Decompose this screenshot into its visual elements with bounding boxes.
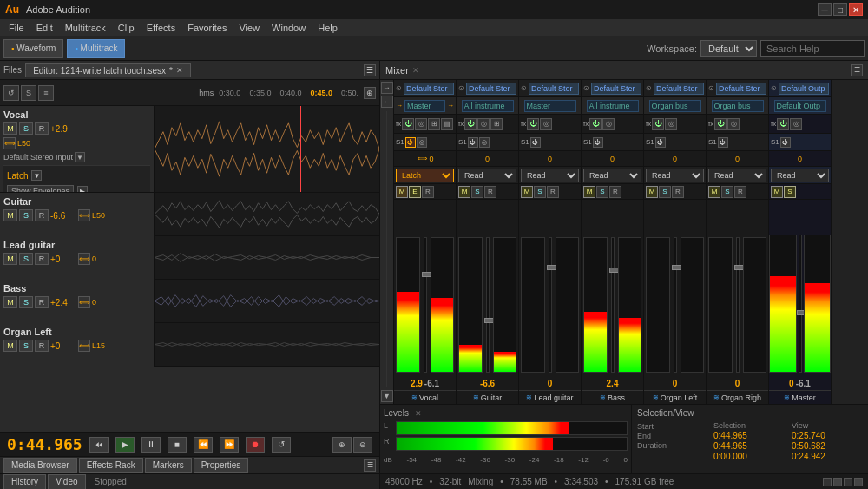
- mute-ch-master[interactable]: M: [771, 186, 783, 198]
- solo-button-guitar[interactable]: S: [19, 209, 33, 221]
- tab-properties[interactable]: Properties: [194, 458, 249, 473]
- solo-button-bass[interactable]: S: [19, 296, 33, 308]
- ch-input-select-bass[interactable]: All instrume: [587, 100, 639, 112]
- automation-dropdown-lead[interactable]: Read Latch: [521, 169, 579, 182]
- mute-ch-lead[interactable]: M: [521, 186, 533, 198]
- ch-input-select-guitar[interactable]: All instrume: [462, 100, 514, 112]
- fx-power-master[interactable]: ⏻: [777, 118, 789, 130]
- ch-input-select-organ-left[interactable]: Organ bus: [649, 100, 701, 112]
- mute-button-vocal[interactable]: M: [3, 122, 17, 135]
- mute-button-lead[interactable]: M: [3, 253, 17, 265]
- fx-btn3-guitar[interactable]: ⊞: [490, 118, 503, 130]
- tab-close-button[interactable]: ✕: [176, 66, 183, 75]
- record-button[interactable]: ⏺: [246, 437, 265, 453]
- menu-view[interactable]: View: [233, 19, 265, 36]
- levels-close[interactable]: ✕: [415, 409, 422, 418]
- fader-track-guitar[interactable]: [486, 237, 490, 373]
- ch-route-dropdown-bass[interactable]: Default Ster: [591, 83, 641, 95]
- mute-button-guitar[interactable]: M: [3, 209, 17, 221]
- record-button-lead[interactable]: R: [35, 253, 49, 265]
- menu-multitrack[interactable]: Multitrack: [60, 19, 111, 36]
- envelope-arrow[interactable]: ▼: [31, 170, 42, 181]
- pan-indicator-ch-vocal[interactable]: ⟺: [416, 155, 429, 162]
- ch-route-dropdown-guitar[interactable]: Default Ster: [466, 83, 516, 95]
- mute-ch-guitar[interactable]: M: [458, 186, 470, 198]
- fx-btn2-bass[interactable]: ◎: [602, 118, 615, 130]
- editor-tab[interactable]: Editor: 1214-write latch touch.sesx * ✕: [25, 63, 191, 77]
- ch-input-arrow-vocal[interactable]: →: [396, 102, 403, 109]
- send-btn-vocal[interactable]: ◎: [417, 137, 427, 148]
- fader-track-bass[interactable]: [611, 237, 615, 373]
- mixer-close-icon[interactable]: ✕: [412, 66, 419, 75]
- solo-ch-organ-left[interactable]: S: [659, 186, 671, 198]
- rec-ch-organ-left[interactable]: R: [672, 186, 684, 198]
- rec-ch-guitar[interactable]: R: [484, 186, 496, 198]
- msrb-s-master[interactable]: S: [784, 186, 796, 198]
- panel-menu-button[interactable]: ☰: [364, 64, 376, 76]
- fader-track-organ-left[interactable]: [674, 237, 677, 373]
- rec-ch-lead[interactable]: R: [547, 186, 559, 198]
- close-button[interactable]: ✕: [849, 3, 863, 16]
- pan-icon-bass[interactable]: ⟺: [78, 296, 90, 308]
- play-button[interactable]: ▶: [115, 437, 135, 453]
- fader-track-organ-right[interactable]: [736, 237, 740, 373]
- send-power-master[interactable]: ⏻: [780, 137, 791, 148]
- loop-toggle[interactable]: ↺: [272, 437, 291, 453]
- mute-button-organ[interactable]: M: [3, 340, 17, 352]
- mixer-expand-button[interactable]: ▼: [381, 390, 393, 402]
- fx-btn3-vocal[interactable]: ⊞: [428, 118, 440, 130]
- pan-icon-guitar[interactable]: ⟺: [78, 209, 90, 221]
- send-power-vocal[interactable]: ⏻: [405, 137, 416, 148]
- mute-button-bass[interactable]: M: [3, 296, 17, 308]
- ch-route-dropdown-master[interactable]: Default Outp: [779, 83, 829, 95]
- ch-input-select-vocal[interactable]: Master: [404, 100, 445, 112]
- msrb-r-vocal[interactable]: R: [422, 186, 434, 198]
- automation-dropdown-master[interactable]: Read Latch: [771, 169, 829, 182]
- solo-ch-bass[interactable]: S: [596, 186, 608, 198]
- solo-button-vocal[interactable]: S: [19, 122, 33, 135]
- rec-ch-organ-right[interactable]: R: [734, 186, 746, 198]
- mute-ch-vocal[interactable]: M: [396, 186, 408, 198]
- send-power-organ-right[interactable]: ⏻: [718, 137, 728, 148]
- record-button-bass[interactable]: R: [35, 296, 49, 308]
- zoom-in-button[interactable]: ⊕: [332, 437, 352, 453]
- tab-markers[interactable]: Markers: [145, 458, 192, 473]
- pan-indicator-vocal[interactable]: ⟺: [3, 137, 16, 149]
- automation-dropdown-guitar[interactable]: Read Latch Write: [458, 169, 516, 182]
- solo-button-organ[interactable]: S: [19, 340, 33, 352]
- forward-button[interactable]: ⏩: [220, 437, 239, 453]
- stop-button[interactable]: ■: [168, 437, 187, 453]
- tab-effects-rack[interactable]: Effects Rack: [79, 458, 143, 473]
- fx-power-lead[interactable]: ⏻: [527, 118, 539, 130]
- fx-power-bass[interactable]: ⏻: [589, 118, 602, 130]
- msrb-e-vocal[interactable]: E: [409, 186, 421, 198]
- fader-track-lead[interactable]: [549, 237, 552, 373]
- menu-window[interactable]: Window: [266, 19, 311, 36]
- menu-file[interactable]: File: [3, 19, 30, 36]
- send-power-lead[interactable]: ⏻: [530, 137, 541, 148]
- record-button-guitar[interactable]: R: [35, 209, 49, 221]
- search-input[interactable]: [760, 40, 865, 57]
- zoom-out-button[interactable]: ⊖: [353, 437, 372, 453]
- pan-icon-lead[interactable]: ⟺: [78, 253, 90, 265]
- zoom-button[interactable]: ⊕: [364, 87, 376, 99]
- ch-input-arrow2-vocal[interactable]: →: [447, 102, 454, 109]
- minimize-button[interactable]: ─: [818, 3, 832, 16]
- fx-btn2-guitar[interactable]: ◎: [477, 118, 490, 130]
- pause-button[interactable]: ⏸: [141, 437, 161, 453]
- menu-help[interactable]: Help: [312, 19, 343, 36]
- solo-ch-lead[interactable]: S: [534, 186, 546, 198]
- fx-btn2-lead[interactable]: ◎: [540, 118, 552, 130]
- maximize-button[interactable]: □: [833, 3, 847, 16]
- pan-icon-organ[interactable]: ⟺: [78, 340, 90, 352]
- automation-dropdown-bass[interactable]: Read Latch: [583, 169, 641, 182]
- mixer-menu-button[interactable]: ☰: [851, 64, 863, 76]
- automation-dropdown-vocal[interactable]: Latch Read Write Off: [396, 169, 454, 182]
- waveform-button[interactable]: ▪ Waveform: [3, 39, 63, 58]
- sync-button[interactable]: ≡: [38, 85, 54, 101]
- fx-btn2-organ-left[interactable]: ◎: [665, 118, 677, 130]
- input-dropdown-vocal[interactable]: ▼: [75, 152, 85, 162]
- loop-button[interactable]: ↺: [3, 85, 19, 101]
- go-start-button[interactable]: ⏮: [89, 437, 108, 453]
- menu-effects[interactable]: Effects: [141, 19, 181, 36]
